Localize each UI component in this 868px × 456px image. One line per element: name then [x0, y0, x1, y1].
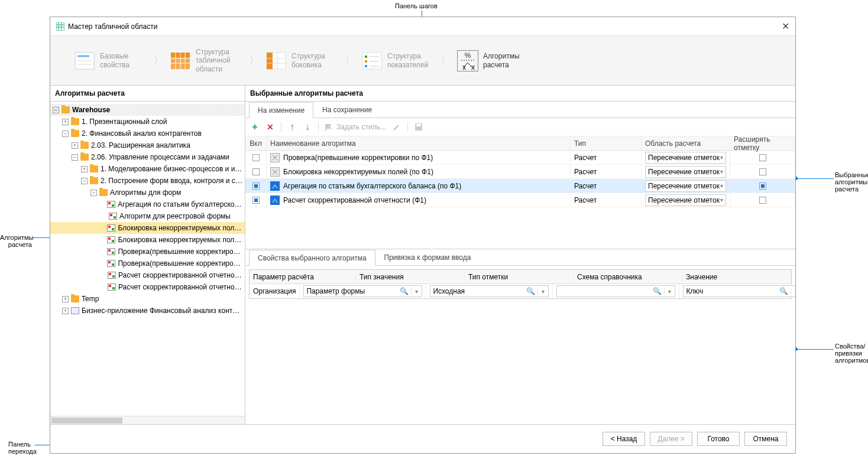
step-table-struct[interactable]: Структура табличной области — [170, 48, 243, 73]
tree-leaf[interactable]: Проверка(превышение корректировки по Ф2) — [50, 258, 245, 269]
valtype-input[interactable] — [304, 287, 397, 295]
checkbox[interactable] — [252, 197, 260, 204]
tree[interactable]: − Warehouse +1. Презентационный слой −2.… — [50, 102, 245, 416]
tab-bindings[interactable]: Привязка к формам ввода — [375, 249, 480, 265]
col-type-header[interactable]: Тип — [571, 136, 642, 150]
area-dropdown[interactable]: Пересечение отметок▾ — [645, 166, 726, 178]
search-icon[interactable]: 🔍 — [650, 287, 664, 295]
style-button[interactable]: Задать стиль... — [325, 123, 386, 131]
checkbox[interactable] — [759, 154, 766, 161]
chevron-down-icon[interactable]: ▾ — [664, 288, 675, 295]
finish-button[interactable]: Готово — [697, 432, 740, 446]
delete-button[interactable]: ✕ — [265, 122, 275, 132]
tree-leaf[interactable]: Алгоритм для реестровой формы — [50, 210, 245, 222]
schema-dropdown[interactable]: 🔍▾ — [556, 285, 675, 297]
tab-properties[interactable]: Свойства выбранного алгоритма — [249, 250, 375, 266]
tree-node[interactable]: +1. Презентационный слой — [50, 116, 245, 128]
tree-node[interactable]: +1. Моделирование бизнес-процессов и их … — [50, 163, 245, 175]
back-button[interactable]: < Назад — [603, 432, 645, 446]
schema-input[interactable] — [557, 287, 650, 295]
col-area-header[interactable]: Область расчета — [642, 136, 730, 150]
tab-on-save[interactable]: На сохранение — [313, 102, 381, 118]
marktype-input[interactable] — [430, 287, 524, 295]
step-basic[interactable]: Базовые свойства — [74, 50, 147, 71]
tree-node[interactable]: −2.06. Управление процессами и задачами — [50, 151, 245, 163]
expand-icon[interactable]: + — [62, 296, 69, 302]
tab-on-change[interactable]: На изменение — [249, 102, 313, 118]
tree-node[interactable]: −Алгоритмы для форм — [50, 187, 245, 198]
tree-leaf[interactable]: Агрегация по статьям бухгалтерского бала… — [50, 198, 245, 210]
tree-leaf[interactable]: Проверка(превышение корректировки по Ф1) — [50, 246, 245, 258]
tree-node[interactable]: +Бизнес-приложение Финансовый анализ кон… — [50, 305, 245, 317]
tree-node[interactable]: +2.03. Расширенная аналитика — [50, 139, 245, 151]
pcol-marktype[interactable]: Тип отметки — [465, 270, 574, 284]
expand-icon[interactable]: + — [72, 142, 78, 149]
value-dropdown[interactable]: 🔍▾ — [683, 285, 795, 297]
chevron-down-icon[interactable]: ▾ — [411, 288, 422, 295]
prop-row[interactable]: Организация 🔍▾ 🔍▾ 🔍▾ 🔍▾ — [250, 284, 791, 298]
search-icon[interactable]: 🔍 — [397, 287, 411, 295]
tree-leaf[interactable]: Расчет скорректированной отчетности (Ф1) — [50, 269, 245, 281]
search-icon[interactable]: 🔍 — [524, 287, 537, 295]
collapse-icon[interactable]: − — [81, 178, 88, 184]
chevron-down-icon[interactable]: ▾ — [720, 197, 723, 203]
step-algorithms[interactable]: %xx Алгоритмы расчета — [457, 50, 530, 71]
add-button[interactable]: + — [250, 122, 260, 132]
chevron-down-icon[interactable]: ▾ — [720, 183, 723, 189]
collapse-icon[interactable]: − — [72, 154, 78, 161]
expand-icon[interactable]: + — [62, 308, 69, 314]
area-dropdown[interactable]: Пересечение отметок▾ — [645, 180, 726, 192]
col-name-header[interactable]: Наименование алгоритма — [267, 136, 571, 150]
scrollbar-thumb[interactable] — [51, 418, 122, 424]
marktype-dropdown[interactable]: 🔍▾ — [430, 285, 549, 297]
area-dropdown[interactable]: Пересечение отметок▾ — [645, 194, 726, 206]
valtype-dropdown[interactable]: 🔍▾ — [303, 285, 422, 297]
tree-warehouse[interactable]: − Warehouse — [50, 104, 245, 116]
tree-node[interactable]: −2. Построение форм ввода, контроля и со… — [50, 175, 245, 187]
prop-schema[interactable]: 🔍▾ — [553, 284, 679, 298]
move-up-button[interactable]: ↑ — [287, 122, 297, 132]
collapse-icon[interactable]: − — [90, 190, 97, 196]
prop-valtype[interactable]: 🔍▾ — [300, 284, 426, 298]
collapse-icon[interactable]: − — [53, 107, 59, 113]
col-on-header[interactable]: Вкл — [245, 136, 267, 150]
step-side-struct[interactable]: Структура боковика — [265, 50, 339, 71]
checkbox[interactable] — [759, 168, 766, 175]
checkbox[interactable] — [252, 168, 260, 175]
checkbox[interactable] — [252, 154, 260, 161]
tree-node[interactable]: +Temp — [50, 293, 245, 305]
prop-value[interactable]: 🔍▾ — [679, 284, 795, 298]
next-button[interactable]: Далее > — [650, 432, 692, 446]
area-dropdown[interactable]: Пересечение отметок▾ — [645, 152, 726, 164]
pcol-value[interactable]: Значение — [682, 270, 791, 284]
chevron-down-icon[interactable]: ▾ — [791, 288, 795, 295]
cancel-button[interactable]: Отмена — [744, 432, 787, 446]
chevron-down-icon[interactable]: ▾ — [720, 154, 723, 161]
pcol-param[interactable]: Параметр расчёта — [250, 270, 356, 284]
step-indicators[interactable]: Структура показателей — [361, 50, 435, 71]
grid-row[interactable]: Агрегация по статьям бухгалтерского бала… — [245, 179, 795, 193]
checkbox[interactable] — [252, 183, 260, 190]
pcol-valtype[interactable]: Тип значения — [356, 270, 465, 284]
expand-icon[interactable]: + — [81, 166, 88, 172]
grid-row[interactable]: Проверка(превышение корректировки по Ф1)… — [245, 151, 795, 165]
checkbox[interactable] — [759, 197, 766, 204]
tree-leaf[interactable]: Блокировка некорректируемых полей (по Ф2… — [50, 234, 245, 246]
prop-marktype[interactable]: 🔍▾ — [426, 284, 553, 298]
save-button[interactable] — [414, 122, 423, 132]
close-button[interactable]: ✕ — [782, 21, 789, 32]
collapse-icon[interactable]: − — [62, 131, 69, 137]
chevron-down-icon[interactable]: ▾ — [720, 168, 723, 175]
chevron-down-icon[interactable]: ▾ — [537, 288, 548, 295]
edit-button[interactable] — [392, 122, 401, 132]
horizontal-scrollbar[interactable] — [50, 416, 245, 424]
col-ext-header[interactable]: Расширять отметку — [730, 136, 795, 150]
tree-node[interactable]: −2. Финансовый анализ контрагентов — [50, 128, 245, 139]
value-input[interactable] — [684, 287, 777, 295]
search-icon[interactable]: 🔍 — [777, 287, 791, 295]
tree-leaf[interactable]: Расчет скорректированной отчетности (Ф2) — [50, 281, 245, 293]
pcol-schema[interactable]: Схема справочника — [574, 270, 682, 284]
move-down-button[interactable]: ↓ — [303, 122, 312, 132]
grid-row[interactable]: Блокировка некорректируемых полей (по Ф1… — [245, 165, 795, 179]
grid-row[interactable]: Расчет скорректированной отчетности (Ф1)… — [245, 193, 795, 207]
